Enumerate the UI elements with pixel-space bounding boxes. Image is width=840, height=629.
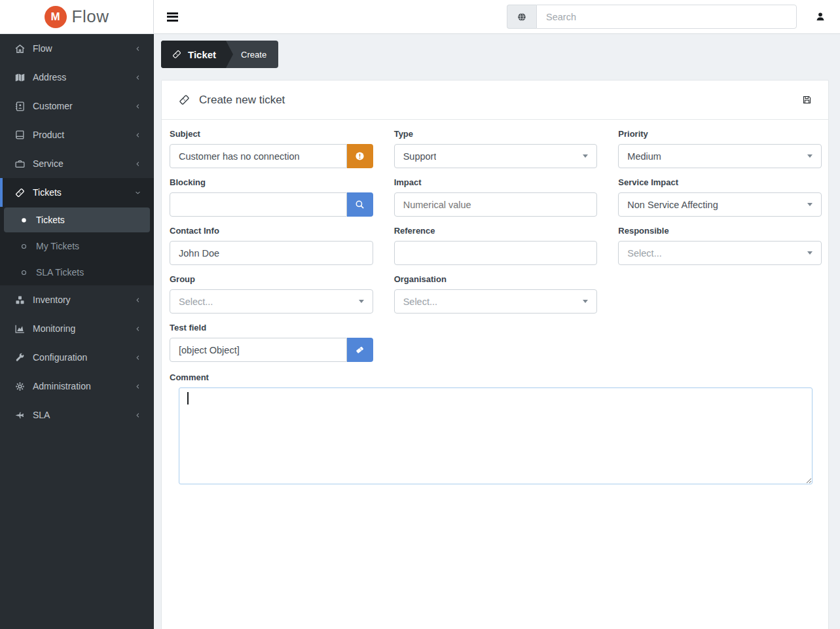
home-icon [14,43,26,54]
app-root: M Flow Flow Address [0,0,840,629]
sidebar-item-flow[interactable]: Flow [0,34,154,63]
sidebar-item-service[interactable]: Service [0,149,154,178]
active-accent-bar [0,178,3,207]
chevron-left-icon [134,73,142,82]
type-select[interactable]: Support [394,144,598,168]
breadcrumb-section-ticket[interactable]: Ticket [161,41,226,68]
field-impact: Impact [394,177,598,217]
impact-input[interactable] [394,192,598,217]
search-group [507,5,797,29]
brand-monogram-icon: M [45,6,67,28]
field-subject: Subject [170,129,373,168]
dot-circle-icon [20,216,28,225]
sidebar-item-label: Address [33,72,66,82]
chevron-left-icon [134,382,142,391]
subject-input[interactable] [170,144,347,168]
breadcrumb-arrow [226,41,233,68]
sidebar-item-address[interactable]: Address [0,63,154,92]
sidebar-item-label: Customer [33,101,73,111]
chevron-left-icon [134,160,142,168]
sidebar-item-administration[interactable]: Administration [0,372,154,401]
field-service-impact: Service Impact Non Service Affecting [618,177,822,217]
comment-label: Comment [170,372,822,382]
type-label: Type [394,129,598,139]
service-impact-select[interactable]: Non Service Affecting [618,192,822,217]
priority-select[interactable]: Medium [618,144,822,168]
chevron-left-icon [134,131,142,139]
field-comment: Comment [170,372,822,484]
sidebar-item-configuration[interactable]: Configuration [0,343,154,372]
globe-icon [507,5,536,29]
subject-info-button[interactable] [347,144,373,168]
ticket-icon [178,94,191,106]
sidebar-item-monitoring[interactable]: Monitoring [0,314,154,343]
sidebar-item-label: SLA [33,410,50,420]
organisation-placeholder: Select... [403,297,437,307]
group-placeholder: Select... [179,297,213,307]
exclamation-circle-icon [354,151,365,162]
chevron-left-icon [134,45,142,53]
save-button[interactable] [802,95,812,105]
sidebar-item-tickets[interactable]: Tickets [0,178,154,207]
jet-icon [14,410,26,421]
sidebar-item-label: Flow [33,43,52,54]
area-chart-icon [14,323,26,334]
field-blocking: Blocking [170,177,373,217]
sidebar-item-label: Product [33,130,64,140]
blocking-input[interactable] [170,192,347,217]
comment-textarea[interactable] [179,387,813,484]
sidebar-subitem-tickets[interactable]: Tickets [4,207,150,232]
cubes-icon [14,295,26,306]
sidebar-subitem-label: My Tickets [36,241,79,251]
circle-outline-icon [20,268,28,277]
blocking-search-button[interactable] [347,192,373,217]
gear-icon [14,381,26,392]
breadcrumb-page-label: Create [241,50,266,60]
caret-down-icon [807,154,813,158]
hamburger-icon [167,12,178,22]
field-type: Type Support [394,129,598,168]
create-ticket-card: Create new ticket Subject [161,80,829,629]
sidebar-item-label: Administration [33,381,91,391]
comment-editor-wrap [179,387,813,484]
ticket-icon [172,49,182,60]
field-priority: Priority Medium [618,129,822,168]
sidebar-item-customer[interactable]: Customer [0,92,154,120]
group-select[interactable]: Select... [170,289,373,314]
breadcrumb-pill: Ticket Create [161,41,278,68]
card-header: Create new ticket [162,81,828,120]
sidebar-item-sla[interactable]: SLA [0,401,154,429]
search-input[interactable] [536,5,797,29]
responsible-label: Responsible [618,226,822,236]
floppy-icon [802,95,812,105]
sidebar-item-label: Monitoring [33,323,75,334]
sidebar-item-inventory[interactable]: Inventory [0,285,154,314]
brand-logo[interactable]: M Flow [0,0,154,34]
user-icon[interactable] [815,11,826,22]
book-icon [14,130,26,141]
reference-input[interactable] [394,241,598,265]
sidebar-subitem-label: SLA Tickets [36,267,84,278]
test-field-input[interactable] [170,338,347,362]
contact-info-input[interactable] [170,241,373,265]
chevron-down-icon [134,189,142,197]
form-grid: Subject Type Support [170,129,822,362]
menu-toggle-button[interactable] [166,8,179,26]
priority-label: Priority [618,129,822,139]
caret-down-icon [583,300,588,303]
sidebar-subitem-sla-tickets[interactable]: SLA Tickets [0,259,154,285]
sidebar-subitem-my-tickets[interactable]: My Tickets [0,233,154,259]
search-icon [354,199,365,210]
text-cursor [187,392,189,404]
sidebar: M Flow Flow Address [0,0,154,629]
sidebar-item-product[interactable]: Product [0,120,154,149]
breadcrumb: Ticket Create [154,34,840,80]
organisation-select[interactable]: Select... [394,289,598,314]
impact-label: Impact [394,177,598,187]
service-impact-value: Non Service Affecting [627,200,718,210]
caret-down-icon [583,154,588,158]
test-field-clear-button[interactable] [347,338,373,362]
service-impact-label: Service Impact [618,177,822,187]
organisation-label: Organisation [394,274,598,284]
responsible-select[interactable]: Select... [618,241,822,265]
